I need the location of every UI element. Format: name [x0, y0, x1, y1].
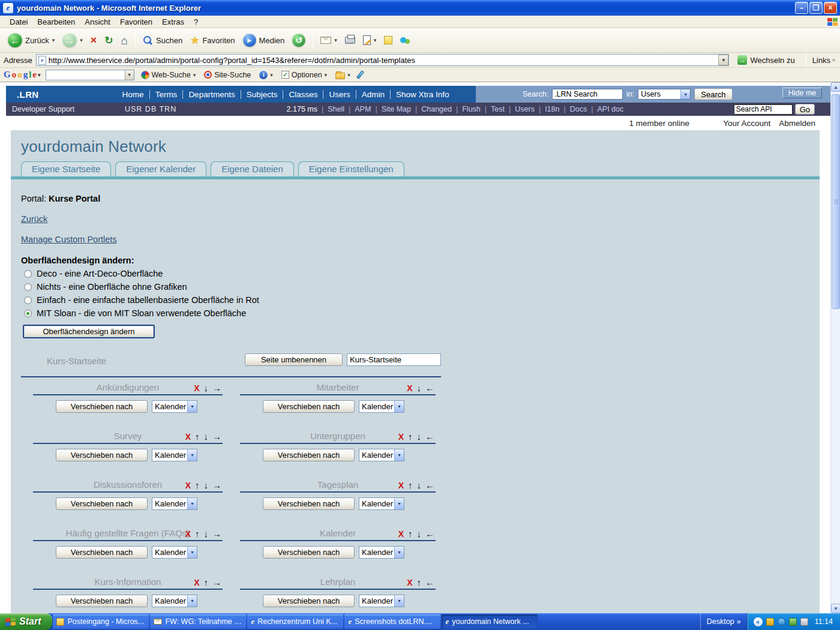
- move-up-icon[interactable]: ↑: [408, 432, 413, 441]
- move-down-icon[interactable]: ↓: [417, 529, 422, 538]
- taskbar-item-screenshots[interactable]: e Screenshots dotLRN....: [344, 614, 440, 629]
- dev-link-docs[interactable]: Docs: [570, 105, 598, 113]
- dev-link-flush[interactable]: Flush: [462, 105, 491, 113]
- dev-link-test[interactable]: Test: [491, 105, 515, 113]
- home-button[interactable]: ⌂: [118, 33, 131, 48]
- dev-link-shell[interactable]: Shell: [328, 105, 355, 113]
- dev-link-apm[interactable]: APM: [355, 105, 381, 113]
- move-column-icon[interactable]: ←: [425, 383, 434, 392]
- dev-link-api-doc[interactable]: API doc: [597, 105, 623, 113]
- stop-button[interactable]: ×: [88, 33, 100, 47]
- your-account-link[interactable]: Your Account: [723, 119, 770, 128]
- move-column-icon[interactable]: →: [212, 383, 221, 392]
- move-to-button[interactable]: Verschieben nach: [56, 400, 148, 413]
- tray-icon-3[interactable]: [789, 618, 797, 626]
- address-input[interactable]: [46, 56, 719, 65]
- move-to-button[interactable]: Verschieben nach: [263, 595, 355, 607]
- dotlrn-search-button[interactable]: Search: [694, 88, 732, 100]
- move-column-icon[interactable]: →: [212, 432, 221, 441]
- move-down-icon[interactable]: ↓: [204, 529, 209, 538]
- web-search-button[interactable]: Web-Suche ▾: [139, 70, 198, 80]
- refresh-button[interactable]: ↻: [101, 34, 116, 47]
- delete-portlet-icon[interactable]: X: [398, 481, 404, 490]
- google-search-input[interactable]: [46, 71, 125, 79]
- back-button[interactable]: ← Zurück ▾: [5, 31, 58, 49]
- mail-button[interactable]: ▾: [317, 35, 340, 46]
- move-column-icon[interactable]: ←: [425, 481, 434, 490]
- select-dropdown-icon[interactable]: ▼: [187, 449, 197, 461]
- delete-portlet-icon[interactable]: X: [194, 578, 199, 587]
- forward-button[interactable]: → ▾: [59, 31, 86, 49]
- delete-portlet-icon[interactable]: X: [185, 481, 191, 490]
- move-down-icon[interactable]: ↓: [417, 383, 422, 392]
- nav-show-xtra-info[interactable]: Show Xtra Info: [391, 90, 455, 99]
- move-to-button[interactable]: Verschieben nach: [56, 546, 148, 559]
- move-column-icon[interactable]: →: [212, 529, 221, 538]
- radio-einfach-label[interactable]: Einfach - eine einfache tabellenbasierte…: [37, 295, 259, 305]
- tab-eigener-kalender[interactable]: Eigener Kalender: [115, 161, 206, 176]
- move-down-icon[interactable]: ↓: [417, 481, 422, 490]
- select-dropdown-icon[interactable]: ▼: [187, 401, 197, 412]
- move-target-select[interactable]: Kalender ▼: [359, 449, 404, 461]
- delete-portlet-icon[interactable]: X: [398, 530, 404, 538]
- move-to-button[interactable]: Verschieben nach: [56, 449, 148, 461]
- menu-ansicht[interactable]: Ansicht: [80, 16, 115, 28]
- select-dropdown-icon[interactable]: ▼: [394, 498, 404, 509]
- radio-mit-sloan[interactable]: [24, 310, 32, 317]
- options-button[interactable]: ✓ Optionen ▾: [280, 70, 329, 80]
- delete-portlet-icon[interactable]: X: [398, 433, 404, 441]
- select-dropdown-icon[interactable]: ▼: [187, 547, 197, 558]
- folder-dropdown-icon[interactable]: ▾: [347, 72, 350, 78]
- radio-nichts[interactable]: [24, 283, 32, 291]
- move-target-select[interactable]: Kalender ▼: [152, 497, 197, 510]
- move-up-icon[interactable]: ↑: [195, 481, 200, 490]
- messenger-button[interactable]: [397, 35, 413, 45]
- tab-eigene-startseite[interactable]: Eigene Startseite: [21, 161, 111, 176]
- dev-link-site-map[interactable]: Site Map: [382, 105, 422, 113]
- developer-support-label[interactable]: Developer Support: [12, 105, 125, 113]
- move-target-select[interactable]: Kalender ▼: [359, 400, 404, 413]
- nav-admin[interactable]: Admin: [356, 90, 391, 99]
- move-target-select[interactable]: Kalender ▼: [152, 400, 197, 413]
- taskbar-item-rechenzentrum[interactable]: e Rechenzentrum Uni K...: [247, 614, 343, 629]
- move-column-icon[interactable]: →: [212, 578, 221, 587]
- move-to-button[interactable]: Verschieben nach: [56, 595, 148, 607]
- nav-departments[interactable]: Departments: [183, 90, 241, 99]
- move-up-icon[interactable]: ↑: [195, 432, 200, 441]
- google-logo[interactable]: Google ▾: [4, 70, 41, 80]
- move-down-icon[interactable]: ↓: [204, 432, 209, 441]
- logout-link[interactable]: Abmelden: [779, 119, 815, 128]
- google-search-dropdown-icon[interactable]: ▼: [125, 70, 134, 80]
- tray-icon-2[interactable]: [778, 618, 785, 626]
- move-column-icon[interactable]: ←: [425, 578, 434, 587]
- hide-me-button[interactable]: Hide me: [782, 88, 823, 98]
- move-target-select[interactable]: Kalender ▼: [359, 497, 404, 510]
- google-logo-dropdown-icon[interactable]: ▾: [38, 72, 41, 78]
- tray-icon-1[interactable]: [766, 618, 774, 626]
- delete-portlet-icon[interactable]: X: [194, 384, 199, 392]
- discuss-button[interactable]: [381, 34, 395, 46]
- move-up-icon[interactable]: ↑: [408, 481, 413, 490]
- desktop-chevron-icon[interactable]: »: [737, 617, 741, 626]
- delete-portlet-icon[interactable]: X: [407, 384, 412, 392]
- nav-terms[interactable]: Terms: [150, 90, 184, 99]
- folder-button[interactable]: ▾: [334, 70, 352, 80]
- dev-link-i18n[interactable]: I18n: [545, 105, 570, 113]
- api-search-go-button[interactable]: Go: [795, 104, 815, 115]
- move-column-icon[interactable]: ←: [425, 432, 434, 441]
- tab-eigene-dateien[interactable]: Eigene Dateien: [211, 161, 294, 176]
- dotlrn-logo[interactable]: .LRN: [6, 86, 50, 103]
- search-scope-select[interactable]: Users ▼: [638, 89, 691, 100]
- delete-portlet-icon[interactable]: X: [407, 578, 412, 587]
- address-dropdown-icon[interactable]: ▼: [718, 55, 728, 65]
- move-down-icon[interactable]: ↓: [204, 481, 209, 490]
- mail-dropdown-icon[interactable]: ▾: [334, 37, 337, 43]
- move-down-icon[interactable]: ↓: [417, 432, 422, 441]
- select-dropdown-icon[interactable]: ▼: [394, 547, 404, 558]
- google-search-box[interactable]: ▼: [46, 70, 134, 80]
- browser-scrollbar[interactable]: ▲ ▼: [830, 82, 840, 613]
- nav-users[interactable]: Users: [323, 90, 356, 99]
- move-up-icon[interactable]: ↑: [408, 529, 413, 538]
- move-target-select[interactable]: Kalender ▼: [152, 595, 197, 607]
- maximize-button[interactable]: ❐: [809, 2, 823, 14]
